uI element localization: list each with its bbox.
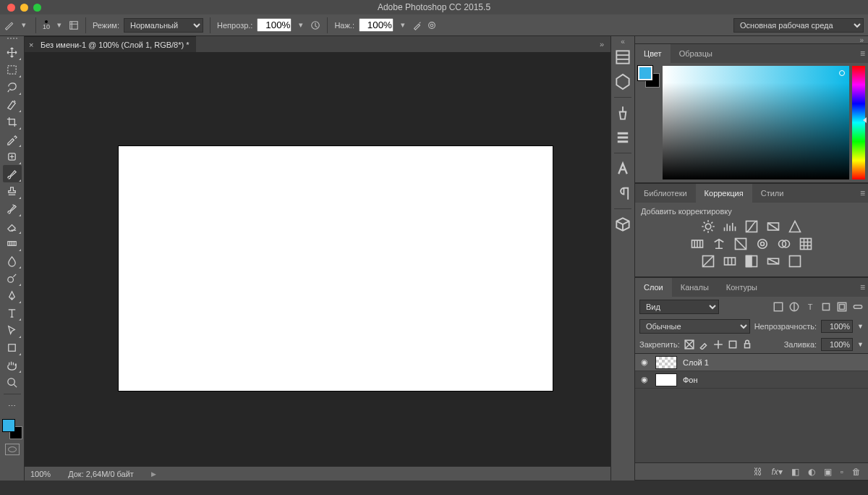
- group-layers-icon[interactable]: ▣: [824, 467, 832, 477]
- zoom-readout[interactable]: 100%: [30, 470, 51, 478]
- eraser-tool[interactable]: [3, 217, 22, 234]
- layer-blend-select[interactable]: Обычные: [639, 319, 750, 334]
- brushes-panel-icon[interactable]: [613, 103, 632, 122]
- panel-menu-icon[interactable]: ≡: [860, 282, 865, 292]
- tab-adjustments[interactable]: Коррекция: [696, 184, 752, 203]
- adjustment-layer-icon[interactable]: ◐: [808, 467, 815, 477]
- layer-thumbnail[interactable]: [655, 356, 677, 369]
- pressure-size-icon[interactable]: [427, 19, 437, 32]
- quick-mask-icon[interactable]: [5, 444, 20, 455]
- brush-preview[interactable]: 10: [43, 20, 50, 30]
- character-panel-icon[interactable]: [613, 159, 632, 178]
- delete-layer-icon[interactable]: 🗑: [852, 467, 861, 477]
- airbrush-icon[interactable]: [412, 19, 422, 32]
- panel-menu-icon[interactable]: ≡: [860, 48, 865, 59]
- pressure-opacity-icon[interactable]: [310, 19, 320, 32]
- threshold-icon[interactable]: [744, 255, 759, 268]
- invert-icon[interactable]: [701, 255, 715, 268]
- color-swatches[interactable]: [2, 419, 22, 439]
- brush-panel-icon[interactable]: [69, 19, 79, 32]
- chevron-down-icon[interactable]: ▼: [857, 341, 864, 348]
- layer-fill-input[interactable]: [821, 338, 853, 351]
- photo-filter-icon[interactable]: [755, 237, 770, 250]
- properties-panel-icon[interactable]: [613, 72, 632, 91]
- tab-channels[interactable]: Каналы: [672, 278, 718, 297]
- chevron-down-icon[interactable]: ▾: [398, 19, 408, 32]
- tool-preset-icon[interactable]: [4, 19, 14, 32]
- layer-mask-icon[interactable]: ◧: [791, 467, 799, 477]
- eyedropper-tool[interactable]: [3, 130, 22, 148]
- expand-dock-icon[interactable]: «: [611, 38, 634, 45]
- curves-icon[interactable]: [744, 220, 759, 233]
- lock-artboard-icon[interactable]: [728, 339, 738, 350]
- layer-name[interactable]: Фон: [683, 376, 698, 384]
- tab-layers[interactable]: Слои: [635, 278, 672, 297]
- lock-transparent-icon[interactable]: [684, 339, 694, 350]
- chevron-right-icon[interactable]: ▶: [151, 470, 156, 478]
- levels-icon[interactable]: [723, 220, 737, 233]
- blur-tool[interactable]: [3, 252, 22, 269]
- tab-styles[interactable]: Стили: [752, 184, 793, 203]
- shape-tool[interactable]: [3, 339, 22, 356]
- filter-shape-icon[interactable]: [820, 301, 832, 313]
- visibility-icon[interactable]: ◉: [639, 375, 650, 384]
- link-layers-icon[interactable]: ⛓: [754, 467, 762, 477]
- path-select-tool[interactable]: [3, 321, 22, 339]
- opacity-input[interactable]: [257, 18, 292, 32]
- filter-type-icon[interactable]: T: [804, 301, 816, 313]
- selective-color-icon[interactable]: [788, 255, 802, 268]
- doc-size-readout[interactable]: Док: 2,64M/0 байт: [68, 470, 134, 478]
- layer-thumbnail[interactable]: [655, 373, 677, 386]
- filter-adjust-icon[interactable]: [788, 301, 800, 313]
- posterize-icon[interactable]: [723, 255, 737, 268]
- vibrance-icon[interactable]: [788, 220, 802, 233]
- document-tab[interactable]: × Без имени-1 @ 100% (Слой 1, RGB/8*) *: [25, 36, 196, 52]
- stamp-tool[interactable]: [3, 182, 22, 200]
- layer-filter-kind[interactable]: Вид: [639, 300, 719, 314]
- chevron-down-icon[interactable]: ▾: [54, 19, 64, 32]
- lock-position-icon[interactable]: [713, 339, 723, 350]
- healing-tool[interactable]: [3, 148, 22, 165]
- layer-name[interactable]: Слой 1: [683, 358, 709, 367]
- lock-all-icon[interactable]: [742, 339, 752, 350]
- color-balance-icon[interactable]: [712, 237, 726, 250]
- hue-sat-icon[interactable]: [690, 237, 705, 250]
- layer-fx-icon[interactable]: fx▾: [771, 467, 782, 477]
- close-tab-icon[interactable]: ×: [29, 41, 33, 49]
- chevron-down-icon[interactable]: ▼: [857, 323, 864, 330]
- layer-row[interactable]: ◉ Слой 1: [635, 354, 868, 371]
- exposure-icon[interactable]: [766, 220, 780, 233]
- type-tool[interactable]: [3, 304, 22, 321]
- blend-mode-select[interactable]: Нормальный: [124, 18, 203, 33]
- filter-smart-icon[interactable]: [836, 301, 848, 313]
- gradient-tool[interactable]: [3, 234, 22, 252]
- color-lookup-icon[interactable]: [799, 237, 813, 250]
- flow-input[interactable]: [359, 18, 393, 32]
- marquee-tool[interactable]: [3, 61, 22, 78]
- channel-mixer-icon[interactable]: [777, 237, 791, 250]
- move-tool[interactable]: [3, 43, 22, 61]
- color-fg-bg-swatch[interactable]: [638, 66, 660, 88]
- lasso-tool[interactable]: [3, 78, 22, 96]
- tab-overflow-icon[interactable]: »: [593, 36, 610, 52]
- brush-presets-panel-icon[interactable]: [613, 128, 632, 147]
- zoom-tool[interactable]: [3, 373, 22, 391]
- brush-tool[interactable]: [3, 165, 22, 182]
- brightness-icon[interactable]: [701, 220, 715, 233]
- tab-color[interactable]: Цвет: [635, 44, 671, 63]
- history-brush-tool[interactable]: [3, 200, 22, 217]
- workspace-select[interactable]: Основная рабочая среда: [733, 18, 864, 33]
- filter-toggle-icon[interactable]: [852, 301, 864, 313]
- hand-tool[interactable]: [3, 356, 22, 373]
- visibility-icon[interactable]: ◉: [639, 358, 650, 367]
- canvas-viewport[interactable]: [25, 52, 610, 466]
- 3d-panel-icon[interactable]: [613, 215, 632, 234]
- hue-slider[interactable]: [852, 66, 865, 179]
- panel-menu-icon[interactable]: ≡: [860, 188, 865, 198]
- edit-toolbar-icon[interactable]: ⋯: [3, 397, 22, 415]
- chevron-down-icon[interactable]: ▾: [19, 19, 29, 32]
- tab-libraries[interactable]: Библиотеки: [635, 184, 696, 203]
- filter-pixel-icon[interactable]: [773, 301, 784, 313]
- quick-select-tool[interactable]: [3, 96, 22, 113]
- dodge-tool[interactable]: [3, 269, 22, 287]
